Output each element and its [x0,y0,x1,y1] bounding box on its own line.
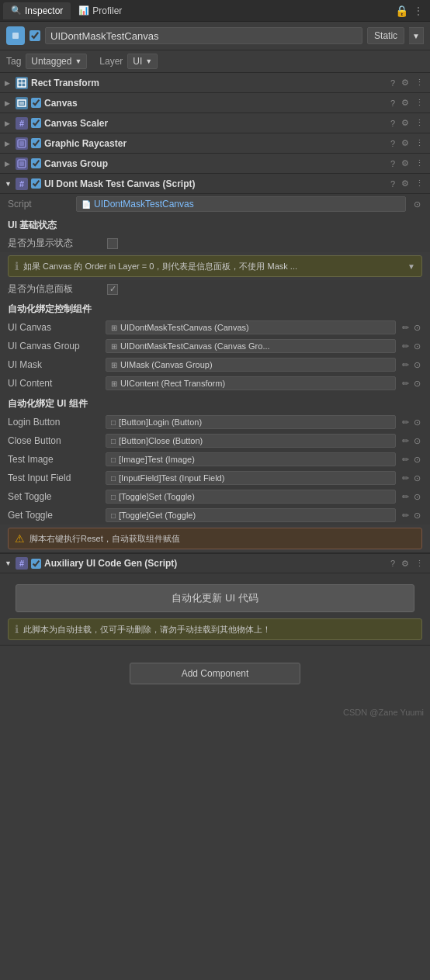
canvas-settings-btn[interactable]: ⚙ [400,98,411,108]
get-toggle-value[interactable]: □ [Toggle]Get (Toggle) [106,508,396,522]
ui-content-value[interactable]: ⊞ UIContent (Rect Transform) [106,376,396,390]
auxiliary-settings-btn[interactable]: ⚙ [400,559,411,569]
lock-icon[interactable]: 🔒 [395,5,408,17]
canvas-active-checkbox[interactable] [31,98,41,108]
ui-canvas-group-edit-btn[interactable]: ✏ [401,341,411,351]
static-button[interactable]: Static [367,27,404,44]
set-toggle-value[interactable]: □ [Toggle]Set (Toggle) [106,490,396,504]
set-toggle-target-btn[interactable]: ⊙ [412,492,422,502]
graphic-raycaster-help-btn[interactable]: ? [389,139,397,148]
ui-canvas-edit-btn[interactable]: ✏ [401,323,411,333]
auxiliary-menu-btn[interactable]: ⋮ [414,559,425,569]
layer-dropdown[interactable]: UI ▼ [127,54,158,69]
script-help-btn[interactable]: ? [389,179,397,189]
canvas-group-settings-btn[interactable]: ⚙ [400,158,411,168]
canvas-help-btn[interactable]: ? [389,99,397,108]
add-component-button[interactable]: Add Component [130,663,300,684]
login-button-value[interactable]: □ [Button]Login (Button) [106,415,396,429]
component-script[interactable]: ▼ # UI Dont Mask Test Canvas (Script) ? … [0,174,430,194]
test-input-target-btn[interactable]: ⊙ [412,473,422,483]
expand-arrow-script: ▼ [5,180,12,188]
rect-transform-icon [16,77,28,89]
field-get-toggle: Get Toggle □ [Toggle]Get (Toggle) ✏ ⊙ [0,506,430,525]
canvas-scaler-help-btn[interactable]: ? [389,119,397,128]
rect-transform-help-btn[interactable]: ? [389,78,397,88]
close-button-value[interactable]: □ [Button]Close (Button) [106,434,396,448]
close-button-edit-btn[interactable]: ✏ [401,436,411,446]
component-rect-transform[interactable]: ▶ Rect Transform ? ⚙ ⋮ [0,73,430,93]
component-graphic-raycaster[interactable]: ▶ Graphic Raycaster ? ⚙ ⋮ [0,133,430,154]
object-icon [6,26,25,45]
close-button-target-btn[interactable]: ⊙ [412,436,422,446]
info-panel-checkbox[interactable] [107,284,118,295]
tab-inspector[interactable]: 🔍 Inspector [3,2,71,19]
script-row: Script 📄 UIDontMaskTestCanvas ⊙ [0,194,430,214]
object-name-input[interactable] [45,27,362,44]
script-active-checkbox[interactable] [31,178,41,189]
tab-bar: 🔍 Inspector 📊 Profiler 🔒 ⋮ [0,0,430,22]
test-input-edit-btn[interactable]: ✏ [401,473,411,483]
ui-canvas-group-target-btn[interactable]: ⊙ [412,341,422,351]
auxiliary-content: 自动化更新 UI 代码 ℹ 此脚本为自动挂载，仅可手动删除，请勿手动挂载到其他物… [0,573,430,646]
test-input-value[interactable]: □ [InputField]Test (Input Field) [106,471,396,485]
tag-dropdown[interactable]: Untagged ▼ [26,54,87,69]
auto-update-button[interactable]: 自动化更新 UI 代码 [16,584,414,612]
component-canvas-scaler[interactable]: ▶ # Canvas Scaler ? ⚙ ⋮ [0,113,430,133]
test-image-edit-btn[interactable]: ✏ [401,455,411,465]
script-menu-btn[interactable]: ⋮ [414,178,425,189]
field-display-state: 是否为显示状态 [0,234,430,252]
canvas-scaler-settings-btn[interactable]: ⚙ [400,118,411,128]
test-image-target-btn[interactable]: ⊙ [412,455,422,465]
script-field-value[interactable]: 📄 UIDontMaskTestCanvas [76,196,406,212]
canvas-group-active-checkbox[interactable] [31,158,41,168]
graphic-raycaster-settings-btn[interactable]: ⚙ [400,138,411,148]
layer-arrow-icon: ▼ [145,57,152,65]
get-toggle-edit-btn[interactable]: ✏ [401,511,411,521]
component-canvas-group[interactable]: ▶ Canvas Group ? ⚙ ⋮ [0,154,430,174]
canvas-group-help-btn[interactable]: ? [389,159,397,168]
get-toggle-target-btn[interactable]: ⊙ [412,511,422,521]
component-auxiliary[interactable]: ▼ # Auxiliary UI Code Gen (Script) ? ⚙ ⋮ [0,552,430,573]
script-file-name: UIDontMaskTestCanvas [94,199,194,210]
canvas-group-menu-btn[interactable]: ⋮ [414,158,425,168]
rect-transform-settings-btn[interactable]: ⚙ [400,78,411,88]
ui-canvas-value[interactable]: ⊞ UIDontMaskTestCanvas (Canvas) [106,320,396,334]
static-dropdown-button[interactable]: ▼ [409,27,424,44]
more-icon[interactable]: ⋮ [413,5,424,17]
canvas-menu-btn[interactable]: ⋮ [414,98,425,108]
script-field-select-btn[interactable]: ⊙ [412,199,422,210]
graphic-raycaster-active-checkbox[interactable] [31,138,41,148]
info-expand-btn[interactable]: ▼ [407,262,415,271]
ui-content-target-btn[interactable]: ⊙ [412,379,422,389]
set-toggle-edit-btn[interactable]: ✏ [401,492,411,502]
ui-mask-value[interactable]: ⊞ UIMask (Canvas Group) [106,358,396,372]
ui-mask-target-btn[interactable]: ⊙ [412,360,422,370]
script-file-icon: 📄 [81,200,91,209]
display-state-checkbox[interactable] [107,238,118,249]
ui-canvas-group-value[interactable]: ⊞ UIDontMaskTestCanvas (Canvas Gro... [106,339,396,353]
auxiliary-active-checkbox[interactable] [31,559,41,569]
script-settings-btn[interactable]: ⚙ [400,178,411,189]
section-basic-state-title: UI 基础状态 [8,220,57,230]
section-auto-bind-component: 自动化绑定控制组件 [0,298,430,318]
tab-profiler[interactable]: 📊 Profiler [71,2,130,19]
test-input-text: [InputField]Test (Input Field) [119,473,224,483]
component-canvas-scaler-label: Canvas Scaler [44,118,386,129]
test-image-label: Test Image [8,454,101,465]
field-ui-canvas-group: UI Canvas Group ⊞ UIDontMaskTestCanvas (… [0,337,430,355]
canvas-scaler-menu-btn[interactable]: ⋮ [414,118,425,128]
test-image-value[interactable]: □ [Image]Test (Image) [106,452,396,466]
ui-content-edit-btn[interactable]: ✏ [401,379,411,389]
login-button-edit-btn[interactable]: ✏ [401,417,411,428]
auxiliary-help-btn[interactable]: ? [389,559,397,568]
login-button-target-btn[interactable]: ⊙ [412,417,422,428]
component-canvas[interactable]: ▶ Canvas ? ⚙ ⋮ [0,93,430,113]
canvas-scaler-active-checkbox[interactable] [31,118,41,128]
set-toggle-icon: □ [111,493,116,501]
graphic-raycaster-menu-btn[interactable]: ⋮ [414,138,425,148]
ui-mask-edit-btn[interactable]: ✏ [401,360,411,370]
rect-transform-menu-btn[interactable]: ⋮ [414,78,425,88]
set-toggle-label: Set Toggle [8,491,101,502]
object-active-checkbox[interactable] [29,30,40,41]
ui-canvas-target-btn[interactable]: ⊙ [412,323,422,333]
